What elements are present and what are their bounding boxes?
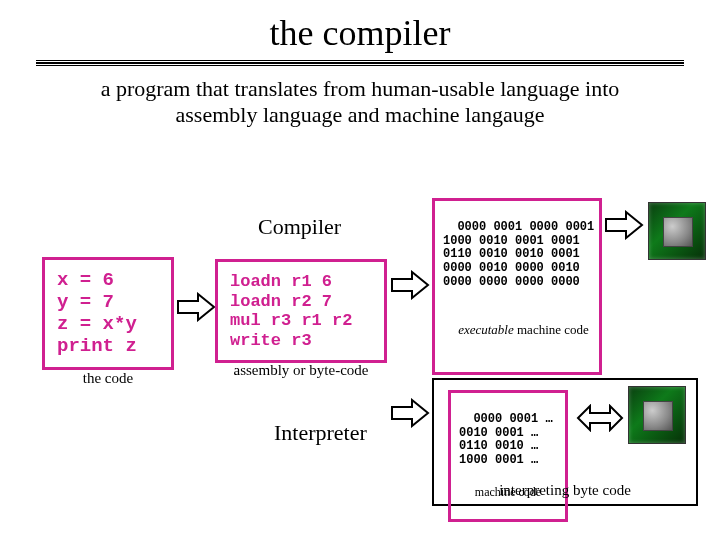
svg-marker-4 xyxy=(578,406,622,430)
interpreter-footer: interpreting byte code xyxy=(432,482,698,499)
source-code-box: x = 6 y = 7 z = x*y print z xyxy=(42,257,174,370)
arrow-right-icon xyxy=(390,270,430,300)
compiler-label: Compiler xyxy=(258,214,341,240)
machine-caption-em: executable xyxy=(458,322,514,337)
machine-caption-tail: machine code xyxy=(514,322,589,337)
cpu-chip-icon xyxy=(648,202,706,260)
svg-marker-1 xyxy=(392,272,428,298)
interpreter-label: Interpreter xyxy=(274,420,367,446)
svg-marker-2 xyxy=(606,212,642,238)
arrow-right-icon xyxy=(176,292,216,322)
slide-subtitle: a program that translates from human-usa… xyxy=(60,76,660,129)
title-rule xyxy=(36,60,684,66)
machine-code-box: 0000 0001 0000 0001 1000 0010 0001 0001 … xyxy=(432,198,602,375)
arrow-bidirectional-icon xyxy=(576,404,624,432)
slide-title: the compiler xyxy=(0,12,720,54)
interpreter-code-text: 0000 0001 … 0010 0001 … 0110 0010 … 1000… xyxy=(459,412,553,467)
assembly-code-box: loadn r1 6 loadn r2 7 mul r3 r1 r2 write… xyxy=(215,259,387,363)
assembly-code-caption: assembly or byte-code xyxy=(215,362,387,379)
arrow-right-icon xyxy=(390,398,430,428)
arrow-right-icon xyxy=(604,210,644,240)
cpu-chip-icon xyxy=(628,386,686,444)
interpreter-code-box: 0000 0001 … 0010 0001 … 0110 0010 … 1000… xyxy=(448,390,568,522)
machine-code-text: 0000 0001 0000 0001 1000 0010 0001 0001 … xyxy=(443,220,594,289)
source-code-caption: the code xyxy=(42,370,174,387)
svg-marker-0 xyxy=(178,294,214,320)
svg-marker-3 xyxy=(392,400,428,426)
